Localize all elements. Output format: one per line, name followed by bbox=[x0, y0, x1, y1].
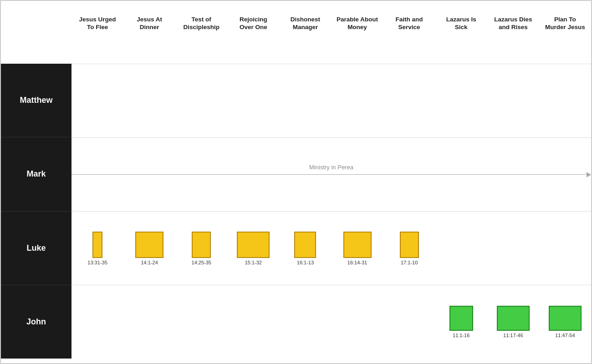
luke-row-block-wrapper-1: 14:1-24 bbox=[135, 232, 163, 265]
luke-row-block-0 bbox=[92, 232, 102, 258]
luke-row-block-label-3: 15:1-32 bbox=[245, 260, 262, 265]
john-row-cell-5 bbox=[331, 285, 383, 359]
col-header-4: DishonestManager bbox=[279, 16, 331, 31]
row-labels: Matthew Mark Luke John bbox=[1, 14, 71, 359]
luke-row-cell-6: 17:1-10 bbox=[383, 212, 435, 285]
luke-row-block-3 bbox=[237, 232, 270, 258]
luke-row: 13:31-3514:1-2414:25-3515:1-3216:1-1316:… bbox=[71, 211, 591, 285]
column-headers: Jesus UrgedTo FleeJesus AtDinnerTest ofD… bbox=[71, 14, 591, 64]
john-row-block-label-7: 11:1-16 bbox=[453, 333, 470, 338]
col-header-0: Jesus UrgedTo Flee bbox=[71, 16, 123, 31]
luke-row-cell-1: 14:1-24 bbox=[123, 212, 175, 285]
luke-row-block-wrapper-0: 13:31-35 bbox=[87, 232, 107, 265]
luke-row-cell-8 bbox=[487, 212, 539, 285]
luke-row-block-wrapper-2: 14:25-35 bbox=[192, 232, 211, 265]
col-header-6: Faith andService bbox=[383, 16, 435, 31]
luke-row-cell-9 bbox=[539, 212, 591, 285]
john-row-cell-4 bbox=[279, 285, 331, 359]
john-row-block-7 bbox=[449, 306, 473, 331]
luke-row-cell-0: 13:31-35 bbox=[71, 212, 123, 285]
luke-row-cell-5: 16:14-31 bbox=[331, 212, 383, 285]
john-row-cell-9: 11:47-54 bbox=[539, 285, 591, 359]
luke-row-block-label-0: 13:31-35 bbox=[87, 260, 107, 265]
matthew-row bbox=[71, 64, 591, 137]
john-row-cell-7: 11:1-16 bbox=[435, 285, 487, 359]
col-header-3: RejoicingOver One bbox=[227, 16, 279, 31]
row-label-luke: Luke bbox=[1, 212, 71, 285]
row-label-mark: Mark bbox=[1, 137, 71, 211]
label-spacer bbox=[1, 14, 71, 64]
col-header-5: Parable AboutMoney bbox=[331, 16, 383, 31]
luke-row-block-wrapper-3: 15:1-32 bbox=[237, 232, 270, 265]
luke-row-cell-7 bbox=[435, 212, 487, 285]
luke-row-cell-2: 14:25-35 bbox=[175, 212, 227, 285]
luke-row-block-5 bbox=[343, 232, 372, 258]
luke-row-block-6 bbox=[400, 232, 419, 258]
row-label-john: John bbox=[1, 285, 71, 359]
col-header-1: Jesus AtDinner bbox=[123, 16, 175, 31]
john-row-block-9 bbox=[549, 306, 582, 331]
luke-row-block-label-4: 16:1-13 bbox=[297, 260, 314, 265]
luke-row-block-wrapper-4: 16:1-13 bbox=[294, 232, 316, 265]
luke-row-block-label-5: 16:14-31 bbox=[347, 260, 367, 265]
john-row-cell-0 bbox=[71, 285, 123, 359]
arrow-line bbox=[71, 174, 587, 175]
arrow-label: Ministry in Perea bbox=[309, 164, 353, 171]
row-label-matthew: Matthew bbox=[1, 64, 71, 137]
john-row-cell-6 bbox=[383, 285, 435, 359]
luke-row-cell-3: 15:1-32 bbox=[227, 212, 279, 285]
john-row: 11:1-1611:17-4611:47-54 bbox=[71, 285, 591, 359]
john-row-block-wrapper-8: 11:17-46 bbox=[497, 306, 530, 338]
page: Matthew Mark Luke John Jesus UrgedTo Fle… bbox=[0, 0, 592, 364]
chart-area: Matthew Mark Luke John Jesus UrgedTo Fle… bbox=[1, 14, 591, 363]
content-area: Jesus UrgedTo FleeJesus AtDinnerTest ofD… bbox=[71, 14, 591, 359]
mark-row: Ministry in Perea bbox=[71, 137, 591, 211]
luke-row-block-wrapper-5: 16:14-31 bbox=[343, 232, 372, 265]
luke-row-cell-4: 16:1-13 bbox=[279, 212, 331, 285]
luke-row-block-label-1: 14:1-24 bbox=[141, 260, 158, 265]
john-row-cell-3 bbox=[227, 285, 279, 359]
col-header-9: Plan ToMurder Jesus bbox=[539, 16, 591, 31]
luke-row-block-label-2: 14:25-35 bbox=[192, 260, 211, 265]
luke-row-block-4 bbox=[294, 232, 316, 258]
john-row-block-8 bbox=[497, 306, 530, 331]
luke-row-block-wrapper-6: 17:1-10 bbox=[400, 232, 419, 265]
luke-row-block-2 bbox=[192, 232, 211, 258]
rows-container: Ministry in Perea 13:31-3514:1-2414:25-3… bbox=[71, 64, 591, 359]
john-row-cell-2 bbox=[175, 285, 227, 359]
john-row-block-label-9: 11:47-54 bbox=[555, 333, 575, 338]
col-header-8: Lazarus Diesand Rises bbox=[487, 16, 539, 31]
john-row-cell-8: 11:17-46 bbox=[487, 285, 539, 359]
arrow-container: Ministry in Perea bbox=[71, 172, 591, 177]
arrow-head bbox=[587, 172, 591, 177]
john-row-block-label-8: 11:17-46 bbox=[503, 333, 523, 338]
col-header-7: Lazarus IsSick bbox=[435, 16, 487, 31]
john-row-block-wrapper-7: 11:1-16 bbox=[449, 306, 473, 338]
john-row-cell-1 bbox=[123, 285, 175, 359]
john-row-block-wrapper-9: 11:47-54 bbox=[549, 306, 582, 338]
luke-row-block-label-6: 17:1-10 bbox=[401, 260, 418, 265]
luke-row-block-1 bbox=[135, 232, 163, 258]
col-header-2: Test ofDiscipleship bbox=[175, 16, 227, 31]
